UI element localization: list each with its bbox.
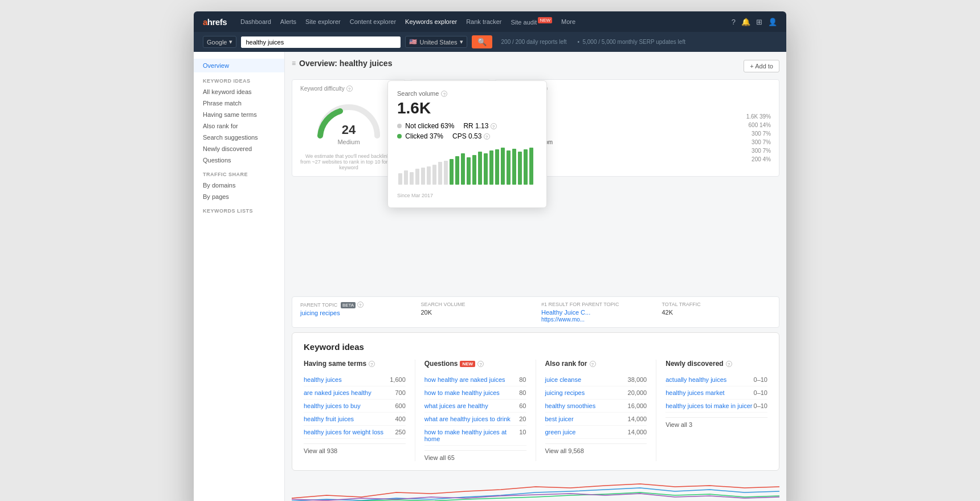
search-input[interactable]	[241, 36, 401, 48]
nav-content-explorer[interactable]: Content explorer	[350, 18, 396, 25]
svg-rect-17	[489, 150, 493, 185]
q-row-4: how to make healthy juices at home 10	[424, 426, 526, 446]
nd-title: Newly discovered ?	[665, 360, 767, 368]
search-bar: Google ▾ 🇺🇸 United States ▾ 🔍 200 / 200 …	[194, 32, 786, 52]
sidebar-item-newly-discovered[interactable]: Newly discovered	[194, 143, 284, 154]
nd-keyword-0[interactable]: actually healthy juices	[665, 376, 726, 383]
sidebar-item-questions[interactable]: Questions	[194, 154, 284, 166]
questions-help-icon[interactable]: ?	[477, 361, 484, 367]
q-keyword-3[interactable]: what are healthy juices to drink	[424, 416, 511, 422]
popup-stats-row: Not clicked 63% RR 1.13 ?	[397, 122, 537, 130]
q-keyword-4[interactable]: how to make healthy juices at home	[424, 429, 520, 442]
user-icon[interactable]: 👤	[768, 18, 777, 26]
arf-keyword-0[interactable]: juice cleanse	[545, 376, 582, 383]
arf-keyword-3[interactable]: best juicer	[545, 416, 574, 422]
arf-keyword-1[interactable]: juicing recipes	[545, 389, 585, 396]
nd-keyword-1[interactable]: healthy juices market	[665, 389, 724, 396]
overview-title: ≡ Overview: healthy juices	[292, 59, 392, 68]
nav-rank-tracker[interactable]: Rank tracker	[466, 18, 501, 25]
search-button[interactable]: 🔍	[472, 35, 492, 48]
search-input-wrap	[241, 36, 401, 48]
hst-keyword-0[interactable]: healthy juices	[304, 376, 342, 383]
country-select[interactable]: 🇺🇸 United States ▾	[405, 36, 467, 48]
nav-alerts[interactable]: Alerts	[280, 18, 296, 25]
hst-keyword-3[interactable]: healthy fruit juices	[304, 416, 354, 422]
q-row-0: how healthy are naked juices 80	[424, 373, 526, 386]
arf-vol-2: 16,000	[628, 402, 647, 409]
hst-row-1: are naked juices healthy 700	[304, 386, 406, 400]
first-result-col: #1 result for parent topic Healthy Juice…	[541, 302, 651, 323]
hst-view-all[interactable]: View all 938	[304, 443, 406, 454]
nav-dashboard[interactable]: Dashboard	[240, 18, 271, 25]
cps-stat: CPS 0.53 ?	[452, 132, 490, 140]
parent-topic-help[interactable]: ?	[357, 302, 364, 308]
q-row-1: how to make healthy juices 80	[424, 386, 526, 400]
sidebar-item-all-keyword-ideas[interactable]: All keyword ideas	[194, 86, 284, 97]
add-to-button[interactable]: + Add to	[744, 60, 779, 72]
sidebar-item-search-suggestions[interactable]: Search suggestions	[194, 132, 284, 143]
questions-badge: NEW	[460, 361, 475, 367]
q-view-all[interactable]: View all 65	[424, 450, 526, 461]
q-vol-2: 60	[519, 402, 526, 409]
q-keyword-1[interactable]: how to make healthy juices	[424, 389, 500, 396]
nd-help-icon[interactable]: ?	[726, 361, 732, 367]
svg-rect-6	[427, 166, 431, 185]
arf-help-icon[interactable]: ?	[590, 361, 596, 367]
nav-site-explorer[interactable]: Site explorer	[305, 18, 341, 25]
q-keyword-2[interactable]: what juices are healthy	[424, 402, 488, 409]
nav-right-icons: ? 🔔 ⊞ 👤	[732, 18, 777, 26]
sidebar-section-keywords-lists: KEYWORDS LISTS	[194, 202, 284, 216]
ahrefs-logo: ahrefs	[203, 17, 227, 27]
parent-topic-label: Parent topic BETA ?	[300, 302, 410, 308]
sidebar-item-having-same-terms[interactable]: Having same terms	[194, 109, 284, 120]
main-content: Overview KEYWORD IDEAS All keyword ideas…	[194, 52, 786, 501]
kd-help-icon[interactable]: ?	[346, 85, 353, 92]
sidebar-item-also-rank-for[interactable]: Also rank for	[194, 120, 284, 132]
nav-keywords-explorer[interactable]: Keywords explorer	[405, 18, 457, 25]
hst-vol-3: 400	[395, 416, 405, 422]
sidebar-item-by-pages[interactable]: By pages	[194, 191, 284, 202]
q-keyword-0[interactable]: how healthy are naked juices	[424, 376, 505, 383]
sidebar-item-by-domains[interactable]: By domains	[194, 180, 284, 191]
nd-row-1: healthy juices market 0–10	[665, 386, 767, 400]
top-navigation: ahrefs Dashboard Alerts Site explorer Co…	[194, 11, 786, 32]
parent-topic-link[interactable]: juicing recipes	[300, 309, 340, 316]
svg-rect-20	[507, 150, 511, 185]
hst-help-icon[interactable]: ?	[369, 361, 375, 367]
also-rank-title: Also rank for ?	[545, 360, 647, 368]
parent-topic-row: Parent topic BETA ? juicing recipes Sear…	[292, 296, 779, 328]
cps-help-icon[interactable]: ?	[484, 133, 490, 140]
search-volume-popup: Search volume ? 1.6K Not clicked 63% RR …	[387, 80, 547, 208]
hst-keyword-4[interactable]: healthy juices for weight loss	[304, 429, 383, 435]
hst-vol-4: 250	[395, 429, 405, 435]
hst-row-3: healthy fruit juices 400	[304, 413, 406, 426]
first-result-link[interactable]: Healthy Juice C...	[541, 309, 590, 316]
nd-keyword-2[interactable]: healthy juices toi make in juicer	[665, 402, 752, 409]
nav-more[interactable]: More	[561, 18, 575, 25]
sidebar-section-keyword-ideas: KEYWORD IDEAS	[194, 72, 284, 86]
arf-row-4: green juice 14,000	[545, 426, 647, 439]
search-engine-select[interactable]: Google ▾	[203, 36, 236, 48]
svg-rect-19	[501, 148, 505, 185]
nav-site-audit[interactable]: Site auditNEW	[511, 18, 553, 26]
ki-columns: Having same terms ? healthy juices 1,600…	[304, 360, 767, 461]
sidebar-item-phrase-match[interactable]: Phrase match	[194, 97, 284, 109]
window-icon[interactable]: ⊞	[756, 18, 762, 26]
popup-help-icon[interactable]: ?	[441, 91, 447, 97]
hst-keyword-1[interactable]: are naked juices healthy	[304, 389, 371, 396]
notifications-icon[interactable]: 🔔	[741, 18, 750, 26]
hst-vol-1: 700	[395, 389, 405, 396]
questions-title: Questions NEW ?	[424, 360, 526, 368]
rr-help-icon[interactable]: ?	[491, 123, 497, 129]
svg-rect-10	[450, 159, 454, 185]
arf-view-all[interactable]: View all 9,568	[545, 443, 647, 454]
help-icon[interactable]: ?	[732, 18, 736, 26]
sidebar-tab-overview[interactable]: Overview	[194, 59, 284, 72]
first-result-url[interactable]: https://www.mo...	[541, 316, 585, 323]
first-result-label: #1 result for parent topic	[541, 302, 651, 307]
hst-keyword-2[interactable]: healthy juices to buy	[304, 402, 361, 409]
gauge-note: We estimate that you'll need backlinks f…	[300, 153, 397, 170]
nd-view-all[interactable]: View all 3	[665, 417, 767, 428]
arf-keyword-2[interactable]: healthy smoothies	[545, 402, 596, 409]
arf-keyword-4[interactable]: green juice	[545, 429, 576, 435]
